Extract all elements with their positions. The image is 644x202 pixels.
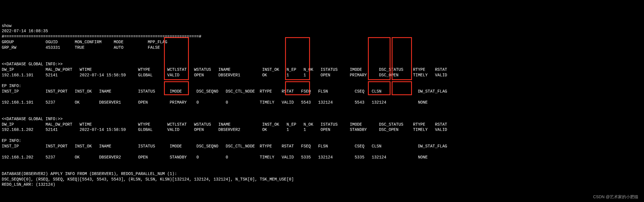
highlight-rstat-2 xyxy=(392,81,412,95)
watermark: CSDN @艺术家的小肥猫 xyxy=(593,194,638,200)
ep-info-title: EP INFO: xyxy=(2,138,21,143)
highlight-rstat-1 xyxy=(392,37,412,80)
highlight-wstatus-1 xyxy=(164,37,189,80)
ep-data-row: 192.168.1.101 5237 OK DBSERVER1 OPEN PRI… xyxy=(2,100,452,105)
apply-info-line: DSC_SEQNO[0], (RSEQ, SSEQ, KSEQ)[5543, 5… xyxy=(2,177,294,182)
highlight-rtype-2 xyxy=(368,81,391,95)
global-info-title: <<DATABASE GLOBAL INFO:>> xyxy=(2,117,63,121)
highlight-istatus-2 xyxy=(285,81,310,95)
highlight-rtype-1 xyxy=(368,37,391,80)
highlight-istatus-1 xyxy=(285,37,310,80)
group-data-row: GRP_RW 453331 TRUE AUTO FALSE xyxy=(2,45,172,50)
ep-data-row: 192.168.1.202 5237 OK DBSERVER2 OPEN STA… xyxy=(2,155,452,160)
apply-info-line: DATABASE(DBSERVER2) APPLY INFO FROM (DBS… xyxy=(2,172,177,176)
cmd: show xyxy=(2,24,12,28)
ep-header-row: INST_IP INST_PORT INST_OK INAME ISTATUS … xyxy=(2,144,452,149)
group-header-row: GROUP OGUID MON_CONFIRM MODE MPP_FLAG xyxy=(2,40,172,44)
timestamp: 2022-07-14 16:08:35 xyxy=(2,29,48,33)
highlight-wstatus-2 xyxy=(164,81,189,95)
dw-header-row: DW_IP MAL_DW_PORT WTIME WTYPE WCTLSTAT W… xyxy=(2,122,455,127)
ep-info-title: EP INFO: xyxy=(2,84,21,88)
apply-info-line: REDO_LSN_ARR: (132124) xyxy=(2,182,55,187)
dw-data-row: 192.168.1.202 52141 2022-07-14 15:58:59 … xyxy=(2,127,455,132)
global-info-title: <<DATABASE GLOBAL INFO:>> xyxy=(2,62,63,66)
